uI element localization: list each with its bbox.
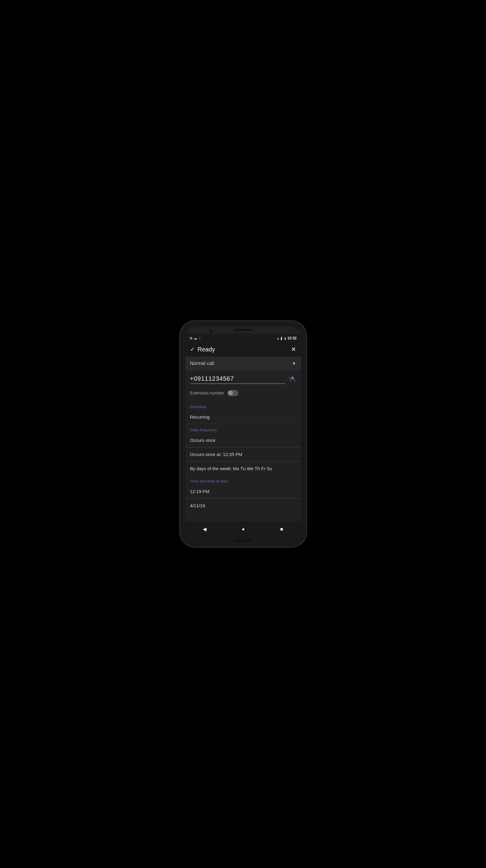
battery-icon (285, 336, 286, 340)
add-contact-button[interactable]: + (288, 375, 296, 384)
phone-number-section: +09111234567 + (185, 370, 301, 387)
sd-card-icon (194, 336, 197, 340)
gear-icon (190, 336, 193, 340)
start-time[interactable]: 12:19 PM (185, 485, 301, 498)
phone-screen: 12:32 ✓ Ready ✕ Normal call ▼ +091112345… (185, 327, 301, 537)
call-type-dropdown[interactable]: Normal call ▼ (185, 356, 301, 370)
wifi-icon (277, 336, 279, 340)
app-screen: ✓ Ready ✕ Normal call ▼ +09111234567 + (185, 342, 301, 537)
daily-frequency-section-label: Daily frequency (185, 424, 301, 433)
home-button[interactable]: ● (236, 525, 251, 534)
by-days-of-week[interactable]: By days of the week: Mo Tu We Th Fr Su (185, 462, 301, 475)
phone-number-input[interactable]: +09111234567 (190, 375, 234, 382)
phone-device: 12:32 ✓ Ready ✕ Normal call ▼ +091112345… (180, 321, 306, 547)
close-button[interactable]: ✕ (291, 346, 296, 353)
camera (209, 330, 213, 333)
status-icons-left (190, 336, 201, 340)
extension-toggle[interactable] (227, 390, 238, 396)
extension-number-row: Extension number (185, 387, 301, 401)
content-scroll[interactable]: Schedule Recurring Daily frequency Occur… (185, 401, 301, 521)
daily-frequency-value[interactable]: Occurs once (185, 433, 301, 447)
speaker (234, 329, 252, 331)
time-date-section-label: Time and date of start (185, 475, 301, 485)
recent-button[interactable]: ■ (274, 525, 289, 534)
circle-icon (199, 336, 201, 340)
bottom-navigation: ◀ ● ■ (185, 521, 301, 537)
start-date[interactable]: 4/11/18 (185, 499, 301, 513)
extension-label: Extension number (190, 391, 224, 396)
status-bar: 12:32 (185, 334, 301, 342)
status-icons-right: 12:32 (277, 336, 296, 340)
checkmark-icon: ✓ (190, 346, 195, 352)
signal-icon (281, 336, 283, 340)
phone-input-wrapper: +09111234567 (190, 375, 285, 384)
occurs-once-at[interactable]: Occurs once at: 12:35 PM (185, 447, 301, 461)
dropdown-arrow-icon: ▼ (292, 361, 296, 366)
call-type-label: Normal call (190, 361, 214, 366)
status-time: 12:32 (287, 336, 297, 340)
schedule-value[interactable]: Recurring (185, 410, 301, 424)
header-bar: ✓ Ready ✕ (185, 342, 301, 356)
svg-text:+: + (288, 376, 290, 380)
back-button[interactable]: ◀ (197, 524, 213, 534)
phone-bottom-bar (234, 540, 252, 541)
page-title: Ready (198, 346, 291, 353)
schedule-section-label: Schedule (185, 401, 301, 410)
